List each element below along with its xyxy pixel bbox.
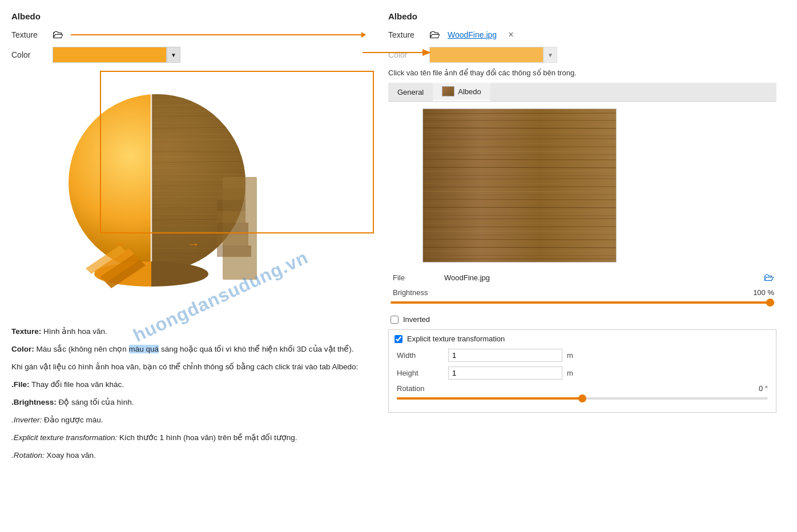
- rotation-slider-track[interactable]: [397, 397, 768, 400]
- desc-intro: Khi gán vật liệu có hình ảnh hoa văn, bạ…: [11, 361, 360, 374]
- desc-inverter-bold: .Inverter:: [11, 416, 42, 424]
- explicit-header: Explicit texture transformation: [395, 334, 770, 343]
- desc-texture-bold: Texture:: [11, 327, 41, 336]
- height-row: Height m: [395, 366, 770, 380]
- left-color-row: Color ▼: [11, 47, 365, 63]
- file-value: WoodFine.jpg: [444, 273, 759, 282]
- desc-rotation-bold: .Rotation:: [11, 451, 45, 460]
- left-arrow-line-container: [71, 34, 365, 35]
- close-button[interactable]: ×: [508, 30, 513, 40]
- desc-file-text: Thay đổi file hoa văn khác.: [30, 380, 124, 389]
- width-row: Width m: [395, 349, 770, 362]
- left-dropdown-btn[interactable]: ▼: [167, 47, 180, 63]
- stair-4: [217, 223, 248, 234]
- right-sphere-arrow: →: [187, 237, 200, 251]
- description-text: Texture: Hình ảnh hoa văn. Color: Màu sắ…: [11, 325, 360, 462]
- width-input[interactable]: [448, 349, 562, 362]
- rotation-value: 0 °: [759, 384, 768, 393]
- right-color-row: Color ▼: [388, 47, 776, 63]
- stair-3: [217, 211, 245, 223]
- file-label: File: [393, 273, 444, 282]
- right-texture-row: Texture 🗁 WoodFine.jpg ×: [388, 28, 776, 41]
- right-color-swatch: [429, 47, 544, 63]
- left-texture-row: Texture 🗁: [11, 28, 365, 41]
- brightness-row: Brightness 100 %: [391, 288, 776, 297]
- explicit-checkbox[interactable]: [395, 335, 402, 343]
- desc-file-bold: .File:: [11, 380, 30, 389]
- stair-5: [217, 234, 248, 245]
- right-albedo-title: Albedo: [388, 11, 776, 21]
- left-color-section: Color ▼: [11, 47, 365, 63]
- rotation-slider-fill: [397, 397, 582, 400]
- tabs-row: General Albedo: [388, 83, 776, 102]
- desc-file: .File: Thay đổi file hoa văn khác.: [11, 378, 360, 392]
- left-arrow-line: [71, 34, 365, 35]
- rotation-label: Rotation: [397, 384, 448, 393]
- desc-explicit-bold: .Explicit texture transformation:: [11, 433, 117, 442]
- brightness-slider-track[interactable]: [391, 301, 774, 304]
- tab-general-label: General: [397, 88, 424, 96]
- desc-color-text2: sáng hoặc quá tối vì khó thể hiện khối 3…: [159, 345, 353, 353]
- left-texture-label: Texture: [11, 30, 46, 39]
- inverted-row: Inverted: [388, 314, 776, 325]
- desc-rotation: .Rotation: Xoay hoa văn.: [11, 449, 360, 462]
- right-color-dropdown: ▼: [429, 47, 557, 63]
- brightness-slider-fill: [391, 301, 774, 304]
- left-albedo-title: Albedo: [11, 11, 365, 21]
- height-unit: m: [567, 369, 573, 377]
- inverted-label: Inverted: [403, 315, 430, 324]
- explicit-label: Explicit texture transformation: [407, 334, 505, 343]
- left-color-label: Color: [11, 50, 46, 59]
- left-panel: Albedo Texture 🗁 Color ▼: [11, 11, 365, 467]
- desc-color-bold: Color:: [11, 345, 34, 353]
- info-text: Click vào tên file ảnh để thay đổi các t…: [388, 68, 651, 77]
- file-folder-icon[interactable]: 🗁: [764, 272, 774, 284]
- desc-color-text: Màu sắc (không nên chọn: [34, 345, 129, 353]
- file-row: File WoodFine.jpg 🗁: [391, 272, 776, 284]
- height-label: Height: [397, 369, 448, 377]
- right-color-label: Color: [388, 50, 422, 59]
- stair-6: [217, 245, 251, 257]
- sphere-svg: → →: [46, 74, 274, 303]
- brightness-slider-container: [388, 301, 776, 314]
- desc-color-highlight: màu quá: [129, 345, 159, 353]
- rotation-slider-container: [395, 397, 770, 408]
- inverted-checkbox[interactable]: [391, 316, 398, 324]
- desc-inverter: .Inverter: Đảo ngược màu.: [11, 414, 360, 427]
- desc-rotation-text: Xoay hoa văn.: [45, 451, 96, 460]
- desc-color: Color: Màu sắc (không nên chọn màu quá s…: [11, 343, 360, 356]
- sphere-preview: → →: [46, 74, 285, 314]
- brightness-value: 100 %: [753, 288, 774, 297]
- desc-explicit-text: Kích thước 1 hình (hoa văn) trên bề mặt …: [117, 433, 297, 442]
- texture-preview-image: [422, 108, 617, 263]
- left-color-swatch[interactable]: [53, 47, 167, 63]
- desc-inverter-text: Đảo ngược màu.: [42, 416, 103, 424]
- tab-general[interactable]: General: [388, 84, 433, 100]
- width-unit: m: [567, 351, 573, 360]
- explicit-section: Explicit texture transformation Width m …: [388, 329, 776, 413]
- rotation-row: Rotation 0 °: [395, 384, 770, 393]
- desc-texture: Texture: Hình ảnh hoa văn.: [11, 325, 360, 338]
- tab-albedo-swatch: [442, 86, 454, 96]
- tab-albedo[interactable]: Albedo: [433, 83, 490, 101]
- desc-texture-text: Hình ảnh hoa văn.: [41, 327, 107, 336]
- rotation-slider-thumb[interactable]: [578, 394, 586, 402]
- desc-brightness: .Brightness: Độ sáng tối của hình.: [11, 396, 360, 409]
- texture-filename-link[interactable]: WoodFine.jpg: [448, 30, 497, 39]
- right-panel: Albedo Texture 🗁 WoodFine.jpg × Color ▼ …: [388, 11, 776, 467]
- texture-wood-overlay: [423, 109, 617, 263]
- height-input[interactable]: [448, 366, 562, 380]
- right-folder-icon[interactable]: 🗁: [429, 28, 441, 41]
- right-dropdown-btn: ▼: [544, 47, 557, 63]
- brightness-slider-thumb[interactable]: [766, 299, 774, 307]
- width-label: Width: [397, 351, 448, 360]
- desc-brightness-bold: .Brightness:: [11, 398, 57, 406]
- stair-1: [217, 188, 245, 200]
- desc-explicit: .Explicit texture transformation: Kích t…: [11, 432, 360, 445]
- right-texture-label: Texture: [388, 30, 422, 39]
- stair-2: [217, 200, 245, 211]
- left-color-dropdown[interactable]: ▼: [53, 47, 180, 63]
- desc-brightness-text: Độ sáng tối của hình.: [57, 398, 134, 406]
- left-folder-icon[interactable]: 🗁: [53, 28, 64, 41]
- brightness-label: Brightness: [393, 288, 444, 297]
